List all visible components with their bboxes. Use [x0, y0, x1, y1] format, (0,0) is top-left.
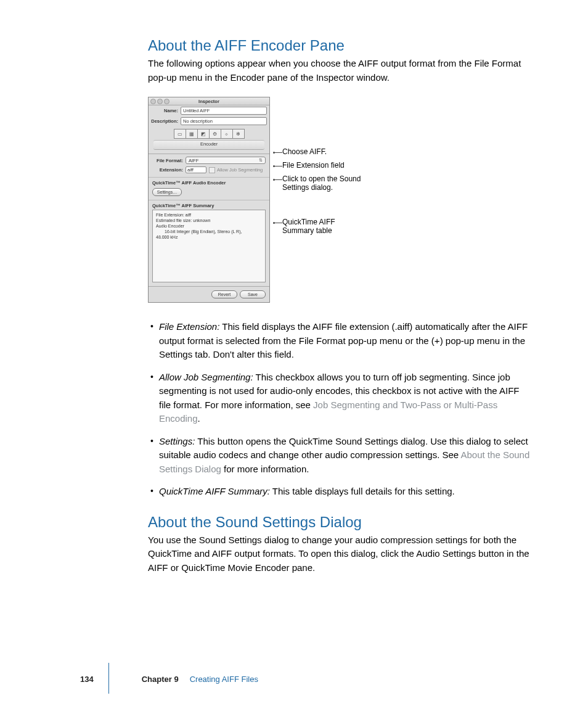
page-footer: 134 Chapter 9 Creating AIFF Files [80, 675, 258, 684]
save-button[interactable]: Save [240, 290, 266, 298]
callout-file-extension: File Extension field [282, 161, 345, 170]
toolbar-btn-4[interactable]: ⚙ [210, 129, 221, 139]
summary-table: File Extension: aiff Estimated file size… [152, 210, 266, 282]
window-controls [150, 99, 169, 104]
callout-choose-aiff: Choose AIFF. [282, 147, 327, 156]
toolbar-btn-1[interactable]: ▭ [174, 129, 186, 139]
toolbar-btn-2[interactable]: ▦ [186, 129, 198, 139]
toolbar-btn-6[interactable]: ✻ [233, 129, 245, 139]
summary-heading: QuickTime™ AIFF Summary [149, 200, 269, 210]
heading-sound-settings: About the Sound Settings Dialog [148, 514, 530, 531]
name-label: Name: [151, 108, 178, 113]
bullet-term: Allow Job Segmenting: [159, 372, 253, 382]
file-format-label: File Format: [152, 158, 183, 163]
inspector-title: Inspector [198, 99, 219, 104]
allow-job-seg-label: Allow Job Segmenting [217, 167, 263, 173]
bullet-term: Settings: [159, 436, 195, 446]
summary-line: 48.000 kHz [156, 234, 262, 240]
toolbar-btn-5[interactable]: ⟐ [221, 129, 233, 139]
summary-line: File Extension: aiff [156, 212, 262, 218]
name-field[interactable]: Untitled AIFF [181, 107, 267, 115]
checkbox-icon [209, 167, 215, 173]
chapter-label: Chapter 9 [142, 675, 179, 684]
inspector-toolbar: ▭ ▦ ◩ ⚙ ⟐ ✻ [153, 129, 264, 139]
summary-line: 16-bit Integer (Big Endian), Stereo (L R… [156, 229, 262, 234]
summary-line: Estimated file size: unknown [156, 218, 262, 223]
bullet-term: File Extension: [159, 321, 219, 332]
bullet-text: This table displays full details for thi… [270, 486, 455, 496]
revert-button[interactable]: Revert [211, 290, 237, 298]
toolbar-btn-3[interactable]: ◩ [198, 129, 210, 139]
description-field[interactable]: No description [181, 117, 267, 125]
file-format-value: AIFF [189, 158, 198, 163]
bullet-allow-job-seg: Allow Job Segmenting: This checkbox allo… [148, 371, 530, 426]
bullet-quicktime-summary: QuickTime AIFF Summary: This table displ… [148, 485, 530, 499]
extension-label: Extension: [152, 167, 183, 173]
audio-encoder-heading: QuickTime™ AIFF Audio Encoder [149, 177, 269, 187]
extension-field[interactable]: aiff [186, 166, 206, 173]
inspector-titlebar: Inspector [149, 97, 269, 105]
page-number: 134 [80, 675, 94, 684]
intro-paragraph-1: The following options appear when you ch… [148, 57, 530, 84]
callout-summary-table: QuickTime AIFF Summary table [282, 218, 335, 235]
heading-aiff-encoder: About the AIFF Encoder Pane [148, 37, 530, 54]
bullet-term: QuickTime AIFF Summary: [159, 486, 270, 496]
callout-settings-button: Click to open the Sound Settings dialog. [282, 174, 361, 192]
popup-arrows-icon: ⇅ [259, 158, 263, 163]
encoder-section-label: Encoder [153, 140, 264, 150]
inspector-window: Inspector Name: Untitled AIFF Descriptio… [148, 97, 270, 303]
summary-line: Audio Encoder [156, 223, 262, 229]
figure-inspector: Inspector Name: Untitled AIFF Descriptio… [148, 97, 530, 303]
settings-button[interactable]: Settings… [152, 188, 182, 196]
bullet-settings: Settings: This button opens the QuickTim… [148, 435, 530, 477]
bullet-file-extension: File Extension: This field displays the … [148, 320, 530, 362]
bullet-text: for more information. [221, 464, 309, 474]
chapter-title: Creating AIFF Files [190, 675, 258, 684]
intro-paragraph-2: You use the Sound Settings dialog to cha… [148, 533, 530, 575]
allow-job-seg-checkbox: Allow Job Segmenting [209, 167, 263, 173]
description-label: Description: [151, 118, 178, 124]
file-format-popup[interactable]: AIFF ⇅ [186, 157, 266, 164]
bullet-text: . [198, 413, 200, 424]
bullet-list: File Extension: This field displays the … [148, 320, 530, 499]
